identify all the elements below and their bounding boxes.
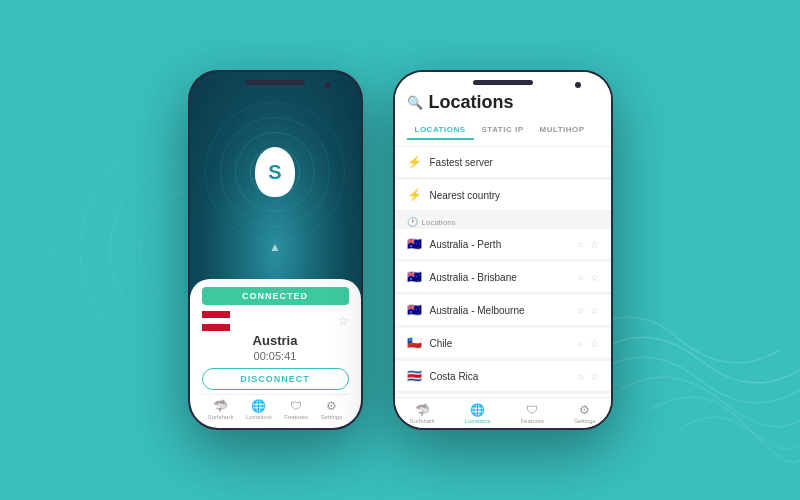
ripple-circles [205,102,345,242]
locations-header: 🔍 Locations LOCATIONS STATIC IP MULTIHOP [395,72,611,147]
search-icon: 🔍 [407,95,423,110]
locations-list: ⚡ Fastest server ⚡ Nearest country 🕐 Loc… [395,147,611,397]
star-icon[interactable]: ☆ [338,314,349,328]
flag-au-2: 🇦🇺 [407,270,422,284]
nav-surfshark[interactable]: 🦈 Surfshark [208,399,234,420]
settings-nav-icon-r: ⚙ [579,403,590,417]
settings-nav-icon: ⚙ [326,399,337,413]
lightning-icon-1: ⚡ [407,155,422,169]
location-chile[interactable]: 🇨🇱 Chile ○ ☆ [395,328,611,359]
nav-features-label: Features [284,414,308,420]
nearest-country-item[interactable]: ⚡ Nearest country [395,180,611,211]
locations-section-label: 🕐 Locations [395,213,611,229]
phones-container: ▲ CONNECTED ☆ Austria 00:05:41 DISCONNEC… [188,70,613,430]
signal-icon-2: ○ [577,272,583,283]
tab-static-ip[interactable]: STATIC IP [474,121,532,140]
signal-icon-3: ○ [577,305,583,316]
flag-cl: 🇨🇱 [407,336,422,350]
lightning-icon-2: ⚡ [407,188,422,202]
signal-icon-4: ○ [577,338,583,349]
location-costa-rica[interactable]: 🇨🇷 Costa Rica ○ ☆ [395,361,611,392]
nav-surfshark-label: Surfshark [208,414,234,420]
nav-locations[interactable]: 🌐 Locations [246,399,272,420]
features-nav-icon: 🛡 [290,399,302,413]
surfshark-nav-icon-r: 🦈 [415,403,430,417]
bottom-nav-right: 🦈 Surfshark 🌐 Locations 🛡 Features ⚙ Set… [395,397,611,428]
flag-cr: 🇨🇷 [407,369,422,383]
fastest-server-label: Fastest server [430,157,599,168]
nav-settings-label-r: Settings [574,418,596,424]
country-name: Austria [202,333,349,348]
nav-features[interactable]: 🛡 Features [284,399,308,420]
phone-left: ▲ CONNECTED ☆ Austria 00:05:41 DISCONNEC… [188,70,363,430]
star-icon-3[interactable]: ☆ [590,305,599,316]
nav-right-features[interactable]: 🛡 Features [520,403,544,424]
expand-arrow[interactable]: ▲ [269,240,281,254]
nav-right-surfshark[interactable]: 🦈 Surfshark [409,403,435,424]
connected-badge: CONNECTED [202,287,349,305]
location-australia-brisbane[interactable]: 🇦🇺 Australia - Brisbane ○ ☆ [395,262,611,293]
nav-features-label-r: Features [520,418,544,424]
fastest-server-item[interactable]: ⚡ Fastest server [395,147,611,178]
locations-nav-icon: 🌐 [251,399,266,413]
tab-multihop[interactable]: MULTIHOP [532,121,593,140]
star-icon-1[interactable]: ☆ [590,239,599,250]
connected-panel: CONNECTED ☆ Austria 00:05:41 DISCONNECT … [190,279,361,428]
nav-settings[interactable]: ⚙ Settings [321,399,343,420]
features-nav-icon-r: 🛡 [526,403,538,417]
signal-icon-1: ○ [577,239,583,250]
nav-surfshark-label-r: Surfshark [409,418,435,424]
location-label-3: Australia - Melbourne [430,305,570,316]
clock-icon: 🕐 [407,217,418,227]
phone-right: 🔍 Locations LOCATIONS STATIC IP MULTIHOP… [393,70,613,430]
tab-row: LOCATIONS STATIC IP MULTIHOP [407,121,599,140]
flag-au-1: 🇦🇺 [407,237,422,251]
nav-settings-label: Settings [321,414,343,420]
nearest-country-label: Nearest country [430,190,599,201]
location-australia-perth[interactable]: 🇦🇺 Australia - Perth ○ ☆ [395,229,611,260]
star-icon-5[interactable]: ☆ [590,371,599,382]
austria-flag [202,311,230,331]
connection-timer: 00:05:41 [202,350,349,362]
location-australia-melbourne[interactable]: 🇦🇺 Australia - Melbourne ○ ☆ [395,295,611,326]
location-label-2: Australia - Brisbane [430,272,570,283]
location-label-4: Chile [430,338,570,349]
page-title: Locations [429,92,514,113]
nav-locations-label-r: Locations [465,418,491,424]
left-screen: ▲ CONNECTED ☆ Austria 00:05:41 DISCONNEC… [190,72,361,428]
tab-locations[interactable]: LOCATIONS [407,121,474,140]
surfshark-logo [255,147,295,197]
star-icon-4[interactable]: ☆ [590,338,599,349]
star-icon-2[interactable]: ☆ [590,272,599,283]
bottom-nav-left: 🦈 Surfshark 🌐 Locations 🛡 Features ⚙ Set… [202,394,349,420]
flag-au-3: 🇦🇺 [407,303,422,317]
surfshark-nav-icon: 🦈 [213,399,228,413]
nav-right-locations[interactable]: 🌐 Locations [465,403,491,424]
locations-nav-icon-r: 🌐 [470,403,485,417]
location-label-5: Costa Rica [430,371,570,382]
location-label-1: Australia - Perth [430,239,570,250]
right-screen: 🔍 Locations LOCATIONS STATIC IP MULTIHOP… [395,72,611,428]
disconnect-button[interactable]: DISCONNECT [202,368,349,390]
nav-right-settings[interactable]: ⚙ Settings [574,403,596,424]
signal-icon-5: ○ [577,371,583,382]
nav-locations-label: Locations [246,414,272,420]
